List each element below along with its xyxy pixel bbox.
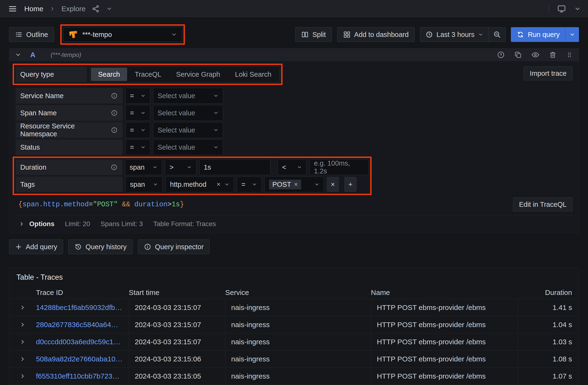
duration-min-input[interactable]: 1s xyxy=(199,159,271,175)
outline-button[interactable]: Outline xyxy=(9,27,54,42)
duration-max-operator-select[interactable]: < xyxy=(278,159,307,175)
cell-start-time: 2024-03-03 23:15:07 xyxy=(129,333,225,350)
query-ref-id[interactable]: A xyxy=(30,51,36,59)
add-to-dashboard-label: Add to dashboard xyxy=(354,31,409,39)
trace-id-link[interactable]: 14288bec1f6ab59032dfb… xyxy=(36,303,122,312)
time-range-button[interactable]: Last 3 hours xyxy=(420,27,489,42)
delete-query-icon[interactable] xyxy=(549,51,557,59)
duration-max-input[interactable]: e.g. 100ms, 1.2s xyxy=(310,159,369,175)
import-trace-button[interactable]: Import trace xyxy=(524,67,572,80)
operator-select[interactable]: = xyxy=(126,88,150,104)
options-limit: Limit: 20 xyxy=(65,220,90,228)
row-expander-icon[interactable] xyxy=(9,333,36,350)
column-header-service[interactable]: Service xyxy=(225,289,371,297)
chevron-down-icon xyxy=(297,165,302,170)
value-select[interactable]: Select value xyxy=(153,139,223,155)
duration-scope-select[interactable]: span xyxy=(125,159,162,175)
operator-select[interactable]: = xyxy=(126,139,150,155)
trace-id-link[interactable]: 280a2677836c5840a64… xyxy=(36,321,118,329)
zoom-out-time-button[interactable] xyxy=(488,27,505,42)
value-select[interactable]: Select value xyxy=(153,105,223,121)
info-icon[interactable] xyxy=(111,109,118,116)
filter-label: Status xyxy=(16,139,123,155)
column-header-duration[interactable]: Duration xyxy=(518,289,579,297)
toggle-visibility-icon[interactable] xyxy=(531,50,540,59)
remove-tag-value-icon[interactable]: × xyxy=(294,181,298,188)
breadcrumb-actions-chevron-icon[interactable] xyxy=(106,6,112,12)
cell-duration: 1.04 s xyxy=(518,316,579,333)
cell-name: HTTP POST ebms-provider /ebms xyxy=(371,299,518,316)
tag-value-select[interactable]: POST × xyxy=(265,177,324,192)
profile-chevron-icon[interactable] xyxy=(574,5,581,12)
table-row: f655310eff110cbb7b723… 2024-03-03 23:15:… xyxy=(9,367,579,385)
share-icon[interactable] xyxy=(92,5,100,13)
svg-text:?: ? xyxy=(500,53,502,57)
value-select[interactable]: Select value xyxy=(153,122,223,138)
chevron-down-icon xyxy=(314,182,319,187)
add-to-dashboard-button[interactable]: Add to dashboard xyxy=(337,27,415,42)
column-header-name[interactable]: Name xyxy=(371,289,518,297)
info-icon[interactable] xyxy=(111,127,118,134)
tag-key-select[interactable]: http.method × xyxy=(166,177,234,192)
run-query-label: Run query xyxy=(528,31,560,39)
table-row: d0cccdd003a6ed9c59c1… 2024-03-03 23:15:0… xyxy=(9,333,579,350)
tab-search[interactable]: Search xyxy=(91,68,127,81)
row-expander-icon[interactable] xyxy=(9,350,36,367)
value-select[interactable]: Select value xyxy=(153,88,223,104)
add-tag-filter-button[interactable]: + xyxy=(344,177,356,192)
chevron-down-icon xyxy=(171,31,177,38)
tab-loki-search[interactable]: Loki Search xyxy=(228,68,278,81)
options-toggle[interactable]: Options xyxy=(19,220,55,228)
tab-service-graph[interactable]: Service Graph xyxy=(169,68,227,81)
remove-tag-filter-button[interactable]: × xyxy=(327,177,339,192)
traceql-preview: {span.http.method="POST" && duration>1s} xyxy=(18,201,184,208)
trace-id-link[interactable]: 508a9a82d2e7660aba10… xyxy=(36,355,123,363)
menu-icon[interactable] xyxy=(7,3,18,14)
run-query-options-button[interactable] xyxy=(565,27,579,42)
row-expander-icon[interactable] xyxy=(9,368,36,385)
monitor-icon[interactable] xyxy=(557,4,566,13)
sync-icon xyxy=(517,31,524,38)
tag-operator-select[interactable]: = xyxy=(237,177,262,192)
duration-min-operator-select[interactable]: > xyxy=(165,159,196,175)
cell-duration: 1.07 s xyxy=(518,368,579,385)
collapse-query-chevron-icon[interactable] xyxy=(15,52,21,58)
breadcrumb-home[interactable]: Home xyxy=(24,5,43,13)
cell-duration: 1.03 s xyxy=(518,333,579,350)
column-header-trace-id[interactable]: Trace ID xyxy=(36,289,129,297)
row-expander-icon[interactable] xyxy=(9,316,36,333)
operator-select[interactable]: = xyxy=(126,122,150,138)
help-icon[interactable]: ? xyxy=(497,51,505,59)
tab-traceql[interactable]: TraceQL xyxy=(127,68,168,81)
filter-row-duration: Duration span > 1s < xyxy=(16,159,369,175)
cell-name: HTTP POST ebms-provider /ebms xyxy=(371,316,518,333)
cell-start-time: 2024-03-03 23:15:07 xyxy=(129,299,225,316)
breadcrumb-explore[interactable]: Explore xyxy=(62,5,86,13)
chevron-down-icon xyxy=(213,145,219,150)
datasource-picker[interactable]: ***-tempo xyxy=(63,27,182,42)
trace-id-link[interactable]: f655310eff110cbb7b723… xyxy=(36,372,120,380)
edit-in-traceql-button[interactable]: Edit in TraceQL xyxy=(513,198,572,211)
filter-label: Service Name xyxy=(16,88,123,104)
row-expander-icon[interactable] xyxy=(9,299,36,316)
chevron-down-icon xyxy=(213,93,219,98)
trace-id-link[interactable]: d0cccdd003a6ed9c59c1… xyxy=(36,338,121,346)
chevron-down-icon xyxy=(224,182,230,187)
column-header-start-time[interactable]: Start time xyxy=(129,289,225,297)
chevron-down-icon xyxy=(152,165,158,170)
query-history-button[interactable]: Query history xyxy=(68,239,132,254)
split-button[interactable]: Split xyxy=(295,27,332,42)
info-icon[interactable] xyxy=(111,92,118,99)
traces-table-panel: Table - Traces Trace ID Start time Servi… xyxy=(9,268,579,385)
drag-handle-icon[interactable] xyxy=(566,51,573,59)
info-icon[interactable] xyxy=(110,164,118,171)
query-inspector-button[interactable]: Query inspector xyxy=(138,239,210,254)
add-query-button[interactable]: Add query xyxy=(9,239,63,254)
tag-scope-select[interactable]: span xyxy=(126,177,163,192)
run-query-button[interactable]: Run query xyxy=(511,27,565,42)
operator-select[interactable]: = xyxy=(126,105,150,121)
clear-tag-key-icon[interactable]: × xyxy=(217,181,220,188)
copy-query-icon[interactable] xyxy=(514,51,522,59)
cell-service: nais-ingress xyxy=(225,368,371,385)
outline-icon xyxy=(15,31,23,38)
